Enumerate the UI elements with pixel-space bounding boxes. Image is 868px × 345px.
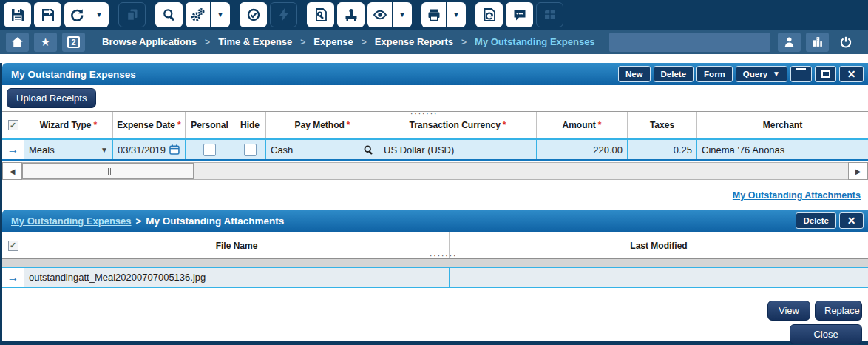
personal-checkbox[interactable] [203,144,216,156]
minimize-button[interactable] [790,66,812,82]
logout-button[interactable] [834,33,857,52]
reload-data-button[interactable] [475,2,503,27]
wizard-type-cell[interactable]: Meals ▼ [24,140,113,159]
application-window: ▼ ▼ ▼ ▼ ★ 2 Brows [0,0,868,345]
application-tools-button[interactable] [307,2,334,27]
amount-cell[interactable]: 220.00 [537,140,628,159]
printer-icon[interactable] [421,2,446,27]
required-marker: * [598,120,602,130]
expense-table-row[interactable]: → Meals ▼ 03/31/2019 Cash US Dollar (USD [2,138,868,161]
settings-split-button: ▼ [186,2,230,27]
parent-panel-link[interactable]: My Outstanding Expenses [11,215,132,227]
print-dropdown-icon[interactable]: ▼ [446,2,466,27]
hide-checkbox[interactable] [244,144,257,156]
column-header-file-name: File Name [24,232,450,258]
required-marker: * [503,120,506,130]
bottom-border-bar [2,341,868,345]
replace-button[interactable]: Replace [815,301,862,321]
column-label: Transaction Currency [409,120,500,130]
maximize-button[interactable] [815,66,836,82]
merchant-cell[interactable]: Cinema '76 Anonas [697,140,868,159]
home-button[interactable] [6,33,29,52]
scroll-left-button[interactable]: ◀ [2,162,22,180]
scroll-right-icon: ▶ [855,167,861,175]
merchant-value: Cinema '76 Anonas [702,144,784,155]
company-button[interactable] [806,33,829,52]
footer-actions: View Replace Close [2,288,868,341]
refresh-icon[interactable] [64,2,89,27]
row-selector-cell: → [2,268,24,287]
attachments-delete-button[interactable]: Delete [796,212,836,229]
comments-button[interactable] [506,2,533,27]
refresh-split-button: ▼ [64,2,109,27]
transaction-currency-cell[interactable]: US Dollar (USD) [379,140,537,159]
calendar-icon[interactable] [169,144,180,155]
attachments-select-all-checkbox[interactable]: ✓ [8,241,18,251]
refresh-dropdown-icon[interactable]: ▼ [89,2,109,27]
open-windows-button[interactable]: 2 [62,33,85,52]
close-panel-button[interactable]: ✕ [839,66,864,82]
file-name-cell[interactable]: outstandingatt_Meal20200707005136.jpg [24,268,450,287]
expenses-grid-header: ······· ✓ Wizard Type * Expense Date * P… [2,111,868,138]
save-button[interactable] [4,2,31,27]
breadcrumb-item-time-expense[interactable]: Time & Expense [218,36,292,47]
close-button[interactable]: Close [790,324,862,344]
attachment-table-row[interactable]: → outstandingatt_Meal20200707005136.jpg [2,267,868,288]
column-header-personal: Personal [186,112,234,138]
column-label: Pay Method [294,120,344,130]
expense-date-cell[interactable]: 03/31/2019 [113,140,186,159]
preview-dropdown-icon[interactable]: ▼ [392,2,412,27]
column-resize-handle[interactable]: ······· [430,252,457,260]
required-marker: * [347,120,350,130]
column-header-transaction-currency: Transaction Currency * [379,112,537,138]
header-info-box[interactable] [609,33,770,52]
save-and-continue-button[interactable] [34,2,61,27]
delete-button[interactable]: Delete [654,66,694,82]
scrollbar-thumb[interactable] [22,163,194,179]
settings-dropdown-icon[interactable]: ▼ [210,2,230,27]
copy-button [118,2,146,27]
favorites-button[interactable]: ★ [34,33,57,52]
wizard-type-dropdown-icon[interactable]: ▼ [101,146,108,154]
user-profile-button[interactable] [778,33,801,52]
pay-method-cell[interactable]: Cash [266,140,379,159]
my-outstanding-attachments-link[interactable]: My Outstanding Attachments [733,190,861,201]
column-resize-handle[interactable]: ······· [410,110,438,118]
attachments-close-button[interactable]: ✕ [839,212,864,229]
row-selector-arrow-icon[interactable]: → [7,271,19,284]
row-selector-arrow-icon[interactable]: → [7,143,19,156]
gears-icon[interactable] [186,2,210,27]
upload-receipts-button[interactable]: Upload Receipts [7,88,96,108]
last-modified-cell [450,268,868,287]
scroll-right-button[interactable]: ▶ [848,162,868,180]
view-button[interactable]: View [767,301,810,321]
select-all-checkbox[interactable]: ✓ [8,120,18,130]
table-view-button [536,2,563,27]
taxes-cell[interactable]: 0.25 [628,140,697,159]
scrollbar-track[interactable] [22,162,848,180]
breadcrumb-item-expense-reports[interactable]: Expense Reports [375,36,453,47]
main-toolbar: ▼ ▼ ▼ ▼ [0,0,868,30]
required-marker: * [177,120,181,130]
process-button[interactable] [337,2,365,27]
column-header-hide: Hide [234,112,266,138]
new-button[interactable]: New [618,66,651,82]
breadcrumb-item-expense[interactable]: Expense [313,36,353,47]
preview-split-button: ▼ [367,2,412,27]
personal-cell [186,140,234,159]
column-label: Hide [240,120,260,130]
lookup-magnifier-icon[interactable] [363,144,374,155]
breadcrumb-item-browse-applications[interactable]: Browse Applications [102,36,197,47]
attachments-panel-header: My Outstanding Expenses > My Outstanding… [2,210,868,232]
pay-method-value: Cash [271,144,293,155]
preview-eye-icon[interactable] [367,2,392,27]
search-button[interactable] [155,2,183,27]
column-label: Taxes [650,120,674,130]
column-header-wizard-type: Wizard Type * [24,112,113,138]
breadcrumb-separator: > [362,37,367,47]
form-button[interactable]: Form [696,66,733,82]
query-button[interactable]: Query ▼ [736,66,787,82]
column-label: File Name [216,241,258,251]
status-check-button[interactable] [240,2,267,27]
breadcrumb: Browse Applications > Time & Expense > E… [102,36,595,47]
